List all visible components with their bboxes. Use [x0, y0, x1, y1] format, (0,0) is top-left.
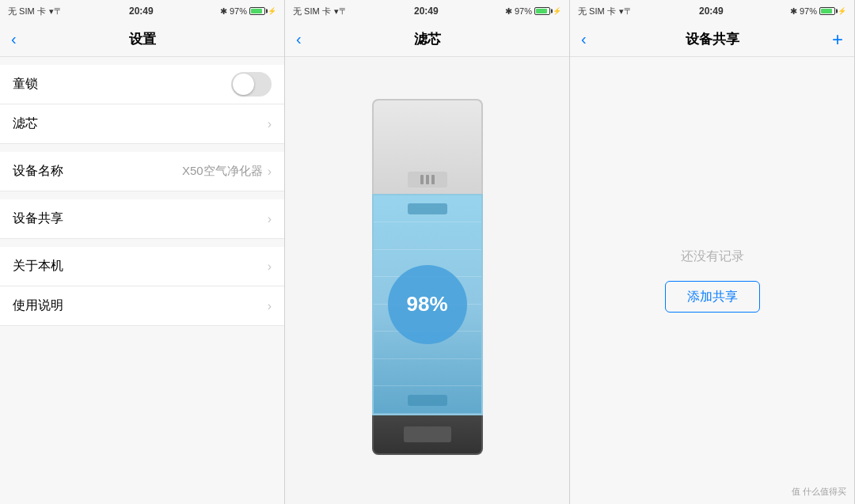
- bolt-icon-3: ⚡: [838, 7, 846, 15]
- filter-indicator-top: [408, 203, 447, 214]
- filter-percentage-circle: 98%: [388, 265, 467, 344]
- settings-section-3: 设备共享 ›: [0, 199, 284, 239]
- settings-section-1: 童锁 滤芯 ›: [0, 65, 284, 144]
- row-child-lock[interactable]: 童锁: [0, 65, 284, 104]
- filter-right: ›: [268, 117, 272, 131]
- device-sharing-right: ›: [268, 212, 272, 226]
- nav-bar-sharing: ‹ 设备共享 +: [570, 22, 854, 57]
- back-button-settings[interactable]: ‹: [11, 30, 17, 48]
- bottom-empty-1: [0, 326, 284, 504]
- bt-icon-3: ✱: [790, 6, 797, 17]
- chevron-device-sharing: ›: [268, 212, 272, 226]
- status-left-2: 无 SIM 卡 ▾〒: [293, 6, 348, 17]
- device-name-label: 设备名称: [13, 163, 63, 180]
- bolt-icon-1: ⚡: [268, 7, 276, 15]
- wifi-icon-2: ▾〒: [334, 6, 348, 17]
- time-1: 20:49: [129, 6, 154, 17]
- battery-icon-2: [534, 7, 550, 15]
- sharing-empty-label: 还没有记录: [681, 248, 744, 265]
- add-sharing-btn[interactable]: 添加共享: [665, 281, 760, 313]
- chevron-about: ›: [268, 260, 272, 274]
- filter-body: 98%: [372, 194, 483, 415]
- no-sim-label-2: 无 SIM 卡: [293, 6, 331, 17]
- filter-percent-text: 98%: [406, 292, 447, 316]
- purifier-device: 98%: [364, 99, 491, 463]
- section-gap-3: [0, 191, 284, 199]
- status-bar-3: 无 SIM 卡 ▾〒 20:49 ✱ 97% ⚡: [570, 0, 854, 22]
- stripe-7: [374, 359, 481, 387]
- status-left-1: 无 SIM 卡 ▾〒: [8, 6, 63, 17]
- status-right-3: ✱ 97% ⚡: [790, 6, 846, 17]
- add-sharing-button[interactable]: +: [832, 28, 843, 51]
- status-right-1: ✱ 97% ⚡: [220, 6, 276, 17]
- filter-indicator-bottom: [408, 395, 447, 406]
- vent-line-3: [431, 175, 435, 184]
- time-2: 20:49: [414, 6, 439, 17]
- device-name-value: X50空气净化器: [182, 164, 263, 179]
- battery-percent-2: 97%: [515, 6, 532, 16]
- filter-panel: 无 SIM 卡 ▾〒 20:49 ✱ 97% ⚡ ‹ 滤芯: [285, 0, 570, 504]
- wifi-icon-3: ▾〒: [619, 6, 633, 17]
- nav-title-settings: 设置: [129, 30, 156, 48]
- device-top: [372, 99, 483, 194]
- back-button-sharing[interactable]: ‹: [581, 30, 587, 48]
- sharing-panel: 无 SIM 卡 ▾〒 20:49 ✱ 97% ⚡ ‹ 设备共享 + 还没有记录 …: [570, 0, 855, 504]
- device-name-right: X50空气净化器 ›: [182, 164, 272, 179]
- status-left-3: 无 SIM 卡 ▾〒: [578, 6, 633, 17]
- time-3: 20:49: [699, 6, 724, 17]
- filter-device-container: 98%: [285, 57, 569, 504]
- device-bottom-detail: [404, 426, 451, 442]
- section-gap-1: [0, 57, 284, 65]
- instructions-right: ›: [268, 299, 272, 313]
- back-button-filter[interactable]: ‹: [296, 30, 302, 48]
- instructions-label: 使用说明: [13, 297, 63, 314]
- no-sim-label-1: 无 SIM 卡: [8, 6, 46, 17]
- nav-bar-settings: ‹ 设置: [0, 22, 284, 57]
- settings-section-4: 关于本机 › 使用说明 ›: [0, 247, 284, 326]
- nav-title-filter: 滤芯: [414, 30, 441, 48]
- battery-icon-1: [249, 7, 265, 15]
- row-about[interactable]: 关于本机 ›: [0, 247, 284, 286]
- device-sharing-label: 设备共享: [13, 210, 63, 227]
- chevron-instructions: ›: [268, 299, 272, 313]
- settings-panel: 无 SIM 卡 ▾〒 20:49 ✱ 97% ⚡ ‹ 设置 童锁 滤芯 ›: [0, 0, 285, 504]
- vent-line-1: [420, 175, 424, 184]
- chevron-filter: ›: [268, 117, 272, 131]
- row-device-sharing[interactable]: 设备共享 ›: [0, 199, 284, 239]
- child-lock-label: 童锁: [13, 76, 38, 93]
- nav-bar-filter: ‹ 滤芯: [285, 22, 569, 57]
- device-vents: [420, 175, 435, 184]
- no-sim-label-3: 无 SIM 卡: [578, 6, 616, 17]
- bt-icon-1: ✱: [220, 6, 227, 17]
- settings-section-2: 设备名称 X50空气净化器 ›: [0, 152, 284, 191]
- about-right: ›: [268, 260, 272, 274]
- chevron-device-name: ›: [268, 165, 272, 179]
- battery-percent-1: 97%: [230, 6, 247, 16]
- section-gap-2: [0, 144, 284, 152]
- device-bottom: [372, 415, 483, 455]
- sharing-empty-state: 还没有记录 添加共享: [570, 57, 854, 504]
- bt-icon-2: ✱: [505, 6, 512, 17]
- status-bar-2: 无 SIM 卡 ▾〒 20:49 ✱ 97% ⚡: [285, 0, 569, 22]
- child-lock-toggle[interactable]: [231, 72, 272, 97]
- status-right-2: ✱ 97% ⚡: [505, 6, 561, 17]
- battery-percent-3: 97%: [800, 6, 817, 16]
- stripe-2: [374, 222, 481, 250]
- row-filter[interactable]: 滤芯 ›: [0, 104, 284, 144]
- device-panel: [408, 172, 447, 188]
- nav-title-sharing: 设备共享: [686, 30, 739, 48]
- section-gap-4: [0, 239, 284, 247]
- wifi-icon-1: ▾〒: [49, 6, 63, 17]
- row-device-name[interactable]: 设备名称 X50空气净化器 ›: [0, 152, 284, 191]
- status-bar-1: 无 SIM 卡 ▾〒 20:49 ✱ 97% ⚡: [0, 0, 284, 22]
- battery-icon-3: [819, 7, 835, 15]
- bolt-icon-2: ⚡: [553, 7, 561, 15]
- vent-line-2: [426, 175, 429, 184]
- about-label: 关于本机: [13, 258, 63, 275]
- filter-label: 滤芯: [13, 116, 38, 132]
- toggle-knob-1: [233, 74, 254, 95]
- row-instructions[interactable]: 使用说明 ›: [0, 286, 284, 326]
